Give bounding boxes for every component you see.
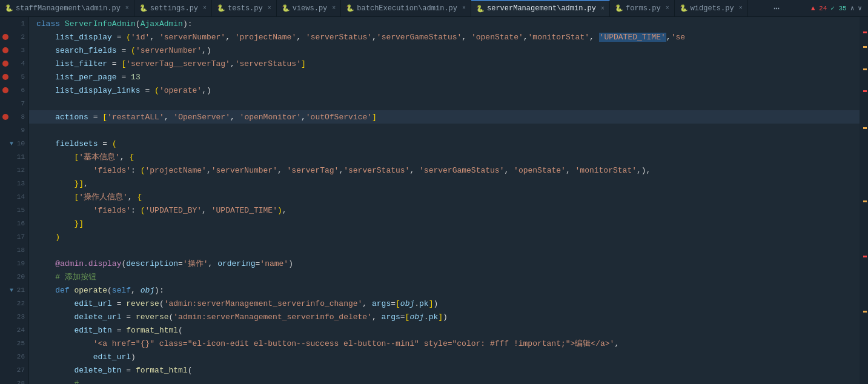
code-line-22: edit_url = reverse('admin:serverManageme… [29, 297, 860, 310]
tab-more-button[interactable]: ⋯ [769, 2, 784, 15]
tab-label: views.py [293, 4, 328, 13]
code-area[interactable]: class ServerInfoAdmin(AjaxAdmin): list_d… [29, 17, 860, 384]
status-indicators: ▲ 24 ✓ 35 ∧ ∨ [805, 4, 868, 12]
scroll-up-icon[interactable]: ∧ [850, 4, 855, 12]
code-line-7 [29, 97, 860, 110]
code-line-19: @admin.display(description='操作', orderin… [29, 257, 860, 270]
tab-widgets[interactable]: 🐍 widgets.py × [675, 0, 748, 17]
tab-settings[interactable]: 🐍 settings.py × [134, 0, 212, 17]
gutter-line-1: 1 [0, 17, 28, 30]
code-line-27: delete_btn = format_html( [29, 363, 860, 377]
right-scrollbar[interactable] [860, 17, 868, 384]
code-line-8: actions = ['restartALL', 'OpenServer', '… [29, 110, 860, 124]
gutter-line-22: 22 [0, 297, 28, 310]
code-line-9 [29, 124, 860, 137]
code-line-15: 'fields': ('UPDATED_BY', 'UPDATED_TIME')… [29, 204, 860, 217]
tab-label: settings.py [150, 4, 198, 13]
gutter-line-14: 14 [0, 190, 28, 204]
gutter: 1 2 3 4 5 6 7 8 [0, 17, 29, 384]
gutter-line-28: 28 [0, 377, 28, 384]
gutter-line-15: 15 [0, 204, 28, 217]
code-line-24: edit_btn = format_html( [29, 323, 860, 337]
gutter-line-27: 27 [0, 363, 28, 377]
code-line-20: # 添加按钮 [29, 270, 860, 283]
gutter-line-11: 11 [0, 150, 28, 164]
code-line-11: ['基本信息', { [29, 150, 860, 164]
gutter-line-8: 8 [0, 110, 28, 124]
tab-label: tests.py [228, 4, 263, 13]
tab-label: widgets.py [691, 4, 734, 13]
gutter-line-16: 16 [0, 217, 28, 230]
gutter-line-2: 2 [0, 30, 28, 44]
tab-icon: 🐍 [680, 4, 688, 12]
code-line-23: delete_url = reverse('admin:serverManage… [29, 310, 860, 323]
gutter-line-24: 24 [0, 323, 28, 337]
gutter-line-20: 20 [0, 270, 28, 283]
code-line-25: '<a href="{}" class="el-icon-edit el-but… [29, 337, 860, 350]
gutter-line-26: 26 [0, 350, 28, 363]
tab-batchexecution[interactable]: 🐍 batchExecution\admin.py × [341, 0, 471, 17]
gutter-line-9: 9 [0, 124, 28, 137]
error-indicator: ▲ 24 [811, 5, 827, 12]
tab-views[interactable]: 🐍 views.py × [277, 0, 342, 17]
close-icon[interactable]: × [203, 5, 207, 12]
gutter-line-19: 19 [0, 257, 28, 270]
close-icon[interactable]: × [125, 5, 129, 12]
gutter-line-18: 18 [0, 243, 28, 257]
tab-staffmanagement[interactable]: 🐍 staffManagement\admin.py × [0, 0, 134, 17]
tab-servermanagement[interactable]: 🐍 serverManagement\admin.py × [471, 0, 610, 17]
code-line-17: ) [29, 230, 860, 243]
gutter-line-17: 17 [0, 230, 28, 243]
gutter-line-23: 23 [0, 310, 28, 323]
tab-bar: 🐍 staffManagement\admin.py × 🐍 settings.… [0, 0, 868, 17]
close-icon[interactable]: × [332, 5, 336, 12]
tab-icon: 🐍 [282, 4, 290, 12]
code-line-6: list_display_links = ('operate',) [29, 84, 860, 97]
close-icon[interactable]: × [268, 5, 271, 12]
code-line-2: list_display = ('id', 'serverNumber', 'p… [29, 30, 860, 44]
close-icon[interactable]: × [462, 5, 466, 12]
code-line-1: class ServerInfoAdmin(AjaxAdmin): [29, 17, 860, 30]
tab-icon: 🐍 [615, 4, 623, 12]
editor-container: 1 2 3 4 5 6 7 8 [0, 17, 868, 384]
gutter-line-13: 13 [0, 177, 28, 190]
code-line-18 [29, 243, 860, 257]
tab-icon: 🐍 [139, 4, 148, 12]
code-line-4: list_filter = ['serverTag__serverTag','s… [29, 57, 860, 70]
code-line-5: list_per_page = 13 [29, 70, 860, 84]
tab-label: batchExecution\admin.py [357, 4, 457, 13]
tab-label: serverManagement\admin.py [487, 4, 596, 13]
gutter-line-7: 7 [0, 97, 28, 110]
code-line-14: ['操作人信息', { [29, 190, 860, 204]
gutter-line-3: 3 [0, 44, 28, 57]
code-scroll: class ServerInfoAdmin(AjaxAdmin): list_d… [29, 17, 860, 384]
tab-tests[interactable]: 🐍 tests.py × [212, 0, 277, 17]
code-line-21: def operate(self, obj): [29, 283, 860, 297]
close-icon[interactable]: × [601, 5, 605, 12]
gutter-line-21: ▼ 21 [0, 283, 28, 297]
code-line-28: # ... [29, 377, 860, 384]
close-icon[interactable]: × [666, 5, 669, 12]
gutter-line-6: 6 [0, 84, 28, 97]
gutter-line-12: 12 [0, 164, 28, 177]
warning-indicator: ✓ 35 [830, 4, 846, 12]
code-line-26: edit_url) [29, 350, 860, 363]
tab-label: staffManagement\admin.py [16, 4, 121, 13]
scroll-down-icon[interactable]: ∨ [858, 4, 862, 12]
code-line-3: search_fields = ('serverNumber',) [29, 44, 860, 57]
gutter-line-5: 5 [0, 70, 28, 84]
tab-label: forms.py [626, 4, 661, 13]
tab-icon: 🐍 [346, 4, 354, 12]
tab-icon: 🐍 [217, 4, 225, 12]
tab-icon: 🐍 [5, 4, 13, 12]
tab-icon: 🐍 [476, 5, 485, 13]
code-line-12: 'fields': ('projectName','serverNumber',… [29, 164, 860, 177]
gutter-line-10: ▼ 10 [0, 137, 28, 150]
gutter-line-25: 25 [0, 337, 28, 350]
gutter-line-4: 4 [0, 57, 28, 70]
close-icon[interactable]: × [739, 5, 743, 12]
code-line-13: }], [29, 177, 860, 190]
scrollbar-track[interactable] [860, 17, 868, 384]
code-line-16: }] [29, 217, 860, 230]
tab-forms[interactable]: 🐍 forms.py × [610, 0, 675, 17]
